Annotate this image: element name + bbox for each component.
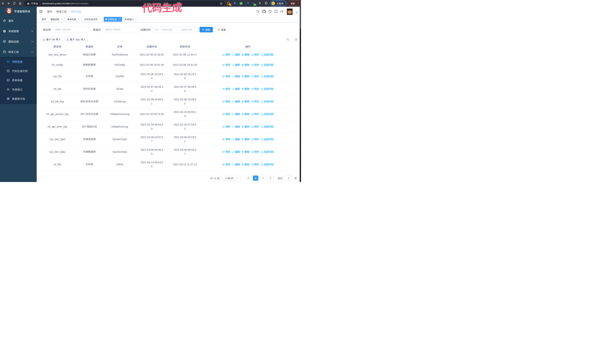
sidebar-subitem-form-builder[interactable]: 表单构建 [0,75,37,85]
extension-checker-button[interactable] [239,1,243,5]
date-start-placeholder[interactable]: 开始日期 [158,28,176,31]
edit-link[interactable]: 编辑 [232,137,240,141]
bookmark-star-button[interactable] [220,2,223,5]
sidebar-toggle-button[interactable] [37,10,45,13]
sidebar-item-home[interactable]: 首页 [0,16,37,26]
extension-proxy-button[interactable]: 1 [226,1,230,5]
sync-link[interactable]: 同步 [251,87,259,91]
generate-code-link[interactable]: 生成代码 [261,87,274,91]
import-db-button[interactable]: 基于 DB 导入 [41,37,62,42]
tab-close-icon[interactable]: × [118,18,120,21]
sidebar-subitem-db-doc[interactable]: 数据库文档 [0,94,37,103]
edit-link[interactable]: 编辑 [232,100,240,104]
tab-close-icon[interactable]: × [77,18,80,21]
browser-profile-chip[interactable]: 已暂停 [270,0,286,6]
sync-link[interactable]: 同步 [251,53,259,57]
refresh-table-button[interactable] [293,37,299,42]
sync-link[interactable]: 同步 [251,74,259,79]
delete-link[interactable]: 删除 [242,100,249,104]
filter-date-range-input[interactable]: 开始日期 - 结束日期 [153,27,197,33]
desc-input-field[interactable] [105,28,137,31]
edit-link[interactable]: 编辑 [232,150,240,154]
tab-form-builder[interactable]: 表单构建× [65,17,82,22]
edit-link[interactable]: 编辑 [232,74,240,79]
page-size-select[interactable]: 10条/页 [222,176,241,181]
address-bar[interactable]: 不安全 dashboard.yudao.iocoder.cn/tool/code… [24,1,225,6]
edit-link[interactable]: 编辑 [232,163,240,167]
browser-home-button[interactable] [17,0,23,6]
tab-api[interactable]: 系统接口× [123,17,139,22]
sync-link[interactable]: 同步 [251,163,259,167]
generate-code-link[interactable]: 生成代码 [261,112,274,116]
window-scrollbar[interactable] [300,7,301,182]
delete-link[interactable]: 删除 [242,87,249,91]
goto-page-input[interactable]: 1 [284,176,293,181]
preview-link[interactable]: 预览 [222,112,230,116]
extension-gem-button[interactable] [233,1,236,5]
delete-link[interactable]: 删除 [242,112,249,116]
date-end-placeholder[interactable]: 结束日期 [178,28,196,31]
sync-link[interactable]: 同步 [251,150,259,154]
preview-link[interactable]: 预览 [222,74,230,79]
preview-link[interactable]: 预览 [222,100,230,104]
sync-link[interactable]: 同步 [251,63,259,67]
preview-link[interactable]: 预览 [222,150,230,154]
delete-link[interactable]: 删除 [242,125,249,129]
tab-close-icon[interactable]: × [135,18,137,21]
delete-link[interactable]: 删除 [242,163,249,167]
preview-link[interactable]: 预览 [222,137,230,141]
generate-code-link[interactable]: 生成代码 [261,125,274,129]
user-avatar[interactable] [287,9,293,15]
extension-toggle-button[interactable]: on [252,1,255,5]
sidebar-subitem-codegen-example[interactable]: 代码生成示例 [0,66,37,75]
tab-home[interactable]: 首页 [40,17,48,22]
generate-code-link[interactable]: 生成代码 [261,137,274,141]
preview-link[interactable]: 预览 [222,63,230,67]
generate-code-link[interactable]: 生成代码 [261,100,274,104]
edit-link[interactable]: 编辑 [232,125,240,129]
fullscreen-button[interactable] [274,10,278,13]
toggle-search-button[interactable] [285,37,290,42]
preview-link[interactable]: 预览 [222,87,230,91]
edit-link[interactable]: 编辑 [232,112,240,116]
edit-link[interactable]: 编辑 [232,87,240,91]
avatar-caret-icon[interactable] [296,12,298,13]
reset-button[interactable]: 重置 [215,27,229,32]
filter-name-input[interactable] [53,27,89,33]
header-search-button[interactable] [256,10,260,13]
edit-link[interactable]: 编辑 [232,63,240,67]
page-button-1[interactable]: 1 [253,176,258,181]
generate-code-link[interactable]: 生成代码 [261,53,274,57]
generate-code-link[interactable]: 生成代码 [261,63,274,67]
sidebar-item-devtools[interactable]: 研发工具 [0,47,37,57]
extension-clipper-button[interactable] [258,1,262,5]
next-page-button[interactable] [268,176,273,181]
security-indicator[interactable]: 不安全 [27,2,38,5]
sync-link[interactable]: 同步 [251,112,259,116]
sidebar-item-infra[interactable]: 基础设施 [0,36,37,47]
tab-codegen-example[interactable]: 代码生成示例× [82,17,103,22]
scrollbar-thumb[interactable] [300,7,301,29]
browser-back-button[interactable] [0,0,6,6]
sidebar-subitem-api[interactable]: 系统接口 [0,85,37,94]
delete-link[interactable]: 删除 [242,137,249,141]
filter-desc-input[interactable] [103,27,139,33]
search-button[interactable]: 搜索 [200,27,213,32]
sidebar-subitem-codegen[interactable]: 代码生成 [0,57,37,66]
page-button-2[interactable]: 2 [260,176,266,181]
browser-reload-button[interactable] [11,0,17,6]
import-sql-button[interactable]: 基于 SQL 导入 [64,37,88,42]
generate-code-link[interactable]: 生成代码 [261,74,274,79]
sidebar-logo[interactable]: 芋道管理系统 [0,7,37,16]
sync-link[interactable]: 同步 [251,137,259,141]
prev-page-button[interactable] [246,176,251,181]
browser-menu-kebab-icon[interactable] [298,2,299,5]
extension-tabs-button[interactable] [246,1,249,5]
browser-forward-button[interactable] [6,0,11,6]
extensions-menu-button[interactable] [264,1,268,5]
sync-link[interactable]: 同步 [251,100,259,104]
preview-link[interactable]: 预览 [222,163,230,167]
tab-trace[interactable]: 链路追踪× [49,17,65,22]
delete-link[interactable]: 删除 [242,53,249,57]
delete-link[interactable]: 删除 [242,150,249,154]
